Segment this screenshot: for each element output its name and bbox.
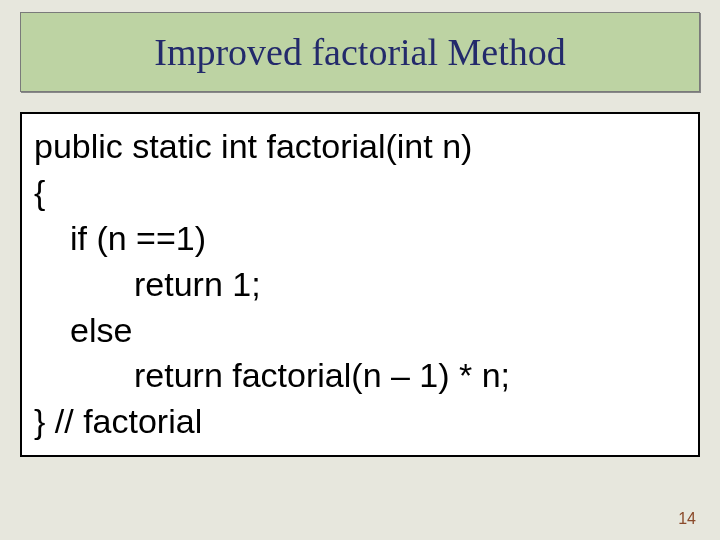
code-line: { [34,170,686,216]
code-line: return factorial(n – 1) * n; [34,353,686,399]
code-block: public static int factorial(int n) { if … [20,112,700,457]
title-bar: Improved factorial Method [20,12,700,92]
code-line: return 1; [34,262,686,308]
code-line: if (n ==1) [34,216,686,262]
slide-title: Improved factorial Method [154,33,566,71]
page-number: 14 [678,510,696,528]
code-line: } // factorial [34,399,686,445]
code-line: public static int factorial(int n) [34,124,686,170]
code-line: else [34,308,686,354]
